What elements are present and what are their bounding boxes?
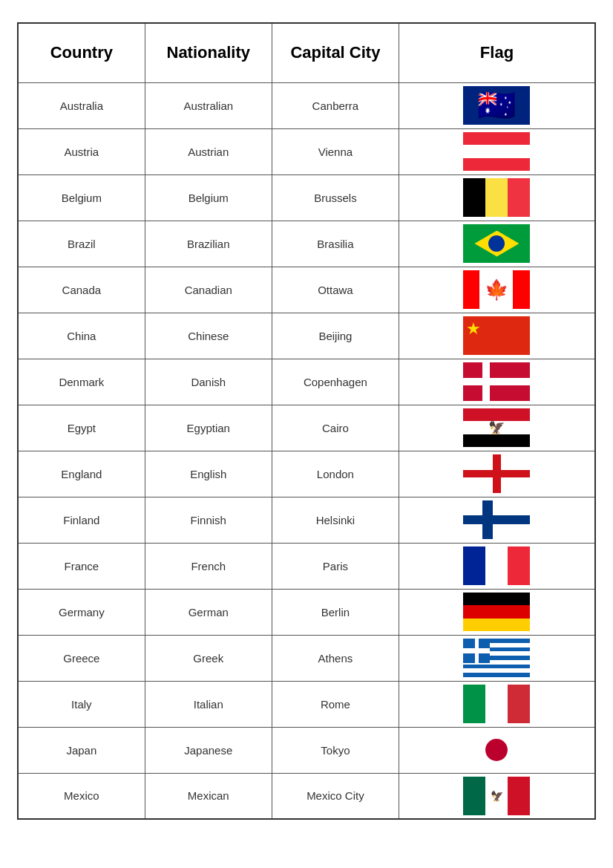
cell-flag xyxy=(399,589,595,635)
cell-flag xyxy=(399,635,595,681)
cell-flag: 🦅 xyxy=(399,773,595,819)
cell-capital: Helsinki xyxy=(272,497,399,543)
cell-country: Austria xyxy=(18,128,145,174)
cell-capital: Rome xyxy=(272,681,399,727)
flag-finland xyxy=(463,500,530,539)
cell-country: Canada xyxy=(18,267,145,313)
cell-nationality: Italian xyxy=(145,681,272,727)
table-row: Belgium Belgium Brussels xyxy=(18,174,595,221)
cell-nationality: German xyxy=(145,589,272,635)
cell-country: Greece xyxy=(18,635,145,681)
table-row: England English London xyxy=(18,451,595,497)
cell-nationality: Danish xyxy=(145,359,272,405)
table-row: Canada Canadian Ottawa 🍁 xyxy=(18,267,595,313)
flag-egypt: 🦅 xyxy=(463,408,530,447)
cell-country: Egypt xyxy=(18,405,145,451)
table-row: Greece Greek Athens xyxy=(18,635,595,681)
cell-nationality: Belgium xyxy=(145,174,272,221)
cell-flag: 🇦🇺 xyxy=(399,82,595,128)
header-capital: Capital City xyxy=(272,23,399,82)
table-row: China Chinese Beijing ★ xyxy=(18,313,595,359)
table-row: Austria Austrian Vienna xyxy=(18,128,595,174)
cell-flag xyxy=(399,497,595,543)
cell-capital: Paris xyxy=(272,543,399,589)
flag-belgium xyxy=(463,178,530,217)
cell-nationality: Australian xyxy=(145,82,272,128)
cell-country: Finland xyxy=(18,497,145,543)
cell-nationality: Mexican xyxy=(145,773,272,819)
cell-nationality: Chinese xyxy=(145,313,272,359)
cell-nationality: French xyxy=(145,543,272,589)
flag-austria xyxy=(463,132,530,171)
table-row: Brazil Brazilian Brasilia xyxy=(18,221,595,267)
flag-italy xyxy=(463,685,530,723)
cell-country: Italy xyxy=(18,681,145,727)
cell-nationality: Egyptian xyxy=(145,405,272,451)
cell-country: Belgium xyxy=(18,174,145,221)
cell-nationality: Brazilian xyxy=(145,221,272,267)
cell-flag: 🍁 xyxy=(399,267,595,313)
cell-capital: Tokyo xyxy=(272,727,399,773)
cell-nationality: Finnish xyxy=(145,497,272,543)
cell-flag: 🦅 xyxy=(399,405,595,451)
cell-country: Australia xyxy=(18,82,145,128)
header-country: Country xyxy=(18,23,145,82)
cell-flag xyxy=(399,128,595,174)
cell-flag xyxy=(399,681,595,727)
table-row: Japan Japanese Tokyo xyxy=(18,727,595,773)
flag-france xyxy=(463,546,530,585)
cell-capital: Berlin xyxy=(272,589,399,635)
cell-country: England xyxy=(18,451,145,497)
header-nationality: Nationality xyxy=(145,23,272,82)
cell-capital: Copenhagen xyxy=(272,359,399,405)
table-row: Egypt Egyptian Cairo 🦅 xyxy=(18,405,595,451)
cell-capital: Beijing xyxy=(272,313,399,359)
cell-nationality: Greek xyxy=(145,635,272,681)
cell-flag xyxy=(399,451,595,497)
table-row: Denmark Danish Copenhagen xyxy=(18,359,595,405)
cell-capital: Cairo xyxy=(272,405,399,451)
cell-capital: Athens xyxy=(272,635,399,681)
header-flag: Flag xyxy=(399,23,595,82)
flag-japan xyxy=(463,731,530,769)
cell-country: Brazil xyxy=(18,221,145,267)
table-row: Germany German Berlin xyxy=(18,589,595,635)
cell-capital: Vienna xyxy=(272,128,399,174)
cell-capital: Brussels xyxy=(272,174,399,221)
cell-country: Germany xyxy=(18,589,145,635)
table-row: Italy Italian Rome xyxy=(18,681,595,727)
cell-flag xyxy=(399,727,595,773)
cell-nationality: English xyxy=(145,451,272,497)
cell-country: Mexico xyxy=(18,773,145,819)
cell-nationality: Japanese xyxy=(145,727,272,773)
cell-country: China xyxy=(18,313,145,359)
cell-flag xyxy=(399,359,595,405)
countries-table: Country Nationality Capital City Flag Au… xyxy=(17,22,596,820)
cell-nationality: Canadian xyxy=(145,267,272,313)
cell-flag: ★ xyxy=(399,313,595,359)
cell-capital: Ottawa xyxy=(272,267,399,313)
cell-country: Denmark xyxy=(18,359,145,405)
cell-nationality: Austrian xyxy=(145,128,272,174)
flag-germany xyxy=(463,593,530,631)
cell-flag xyxy=(399,221,595,267)
cell-country: Japan xyxy=(18,727,145,773)
table-row: Australia Australian Canberra 🇦🇺 xyxy=(18,82,595,128)
flag-england xyxy=(463,454,530,493)
table-row: France French Paris xyxy=(18,543,595,589)
flag-denmark xyxy=(463,362,530,401)
cell-flag xyxy=(399,543,595,589)
flag-mexico: 🦅 xyxy=(463,777,530,815)
cell-country: France xyxy=(18,543,145,589)
table-row: Mexico Mexican Mexico City 🦅 xyxy=(18,773,595,819)
cell-capital: Mexico City xyxy=(272,773,399,819)
cell-capital: Brasilia xyxy=(272,221,399,267)
cell-flag xyxy=(399,174,595,221)
main-container: Country Nationality Capital City Flag Au… xyxy=(17,22,596,820)
flag-brazil xyxy=(463,224,530,263)
flag-greece xyxy=(463,639,530,677)
cell-capital: London xyxy=(272,451,399,497)
table-row: Finland Finnish Helsinki xyxy=(18,497,595,543)
cell-capital: Canberra xyxy=(272,82,399,128)
flag-australia: 🇦🇺 xyxy=(463,86,530,125)
